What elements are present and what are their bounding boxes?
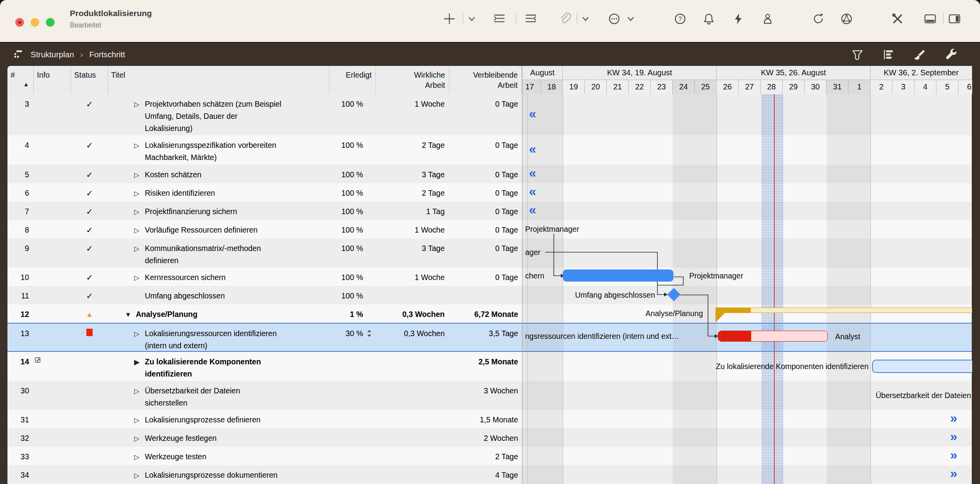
panel-bottom-icon[interactable] — [923, 12, 937, 26]
bolt-icon[interactable] — [731, 12, 745, 26]
panel-right-icon[interactable] — [947, 12, 962, 26]
column-header-wirkliche[interactable]: WirklicheArbeit — [376, 66, 449, 94]
wirkliche-arbeit-value — [376, 410, 445, 414]
status-icon-cell — [71, 428, 108, 432]
erledigt-value — [329, 381, 363, 385]
offscreen-right-icon[interactable]: » — [950, 429, 957, 444]
outline-icon[interactable] — [881, 48, 896, 62]
disclosure-triangle[interactable]: ▷ — [134, 272, 139, 284]
offscreen-left-icon[interactable]: « — [529, 202, 536, 217]
title-bar: Produktlokalisierung Bearbeitet ? — [0, 0, 980, 42]
wrench-icon[interactable] — [943, 48, 958, 62]
column-header-titel[interactable]: Titel — [108, 66, 329, 94]
column-header-status[interactable]: Status — [71, 66, 108, 94]
summary-bar-remaining — [751, 308, 972, 313]
gantt-label: Übersetzbarkeit der Dateien — [876, 391, 971, 400]
column-header-erledigt[interactable]: Erledigt — [329, 66, 376, 94]
wirkliche-arbeit-value: 0,3 Wochen — [376, 304, 445, 320]
offscreen-right-icon[interactable]: » — [950, 466, 957, 481]
disclosure-triangle[interactable]: ▷ — [134, 206, 139, 218]
status-icon-cell: ✓ — [71, 135, 108, 152]
erledigt-value — [329, 465, 363, 469]
disclosure-triangle[interactable]: ▷ — [134, 451, 139, 463]
task-number: 32 — [7, 428, 29, 444]
bell-icon[interactable] — [702, 12, 716, 26]
disclosure-triangle[interactable]: ▶ — [134, 356, 139, 368]
disclosure-triangle[interactable]: ▷ — [134, 243, 139, 255]
window-title: Produktlokalisierung — [70, 9, 152, 18]
disclosure-triangle[interactable]: ▷ — [134, 433, 139, 445]
task-title: Umfang abgeschlossen — [145, 290, 329, 302]
help-icon[interactable]: ? — [673, 12, 687, 26]
summary-bar-analyse-planung[interactable] — [715, 308, 751, 313]
paperclip-icon[interactable] — [558, 12, 572, 26]
minimize-button[interactable] — [31, 18, 39, 27]
erledigt-value — [329, 352, 363, 356]
erledigt-value — [329, 428, 363, 432]
brush-icon[interactable] — [911, 48, 926, 62]
gantt-bar-kernressourcen[interactable] — [563, 269, 673, 282]
note-icon[interactable] — [35, 357, 44, 366]
toolbar-divider — [577, 13, 577, 25]
merlin-project-window: Produktlokalisierung Bearbeitet ? Strukt… — [0, 0, 980, 484]
disclosure-triangle[interactable]: ▷ — [134, 169, 139, 181]
gantt-bar-komponenten-identifizieren[interactable] — [872, 360, 972, 373]
add-icon[interactable] — [442, 12, 456, 26]
network-icon[interactable] — [839, 12, 854, 26]
disclosure-triangle[interactable]: ▷ — [134, 328, 139, 340]
chevron-down-icon[interactable] — [624, 12, 638, 26]
task-number: 8 — [7, 220, 29, 236]
task-title: Lokalisierungsressourcen identifizieren(… — [145, 328, 329, 352]
disclosure-triangle[interactable]: ▼ — [125, 309, 131, 321]
zoom-button[interactable] — [46, 18, 55, 27]
filter-icon[interactable] — [850, 48, 865, 62]
sync-icon[interactable] — [811, 12, 825, 26]
offscreen-left-icon[interactable]: « — [529, 184, 536, 199]
outdent-icon[interactable] — [524, 12, 538, 26]
verbleibende-arbeit-value: 0 Tage — [449, 238, 518, 255]
close-button[interactable] — [15, 18, 24, 27]
offscreen-right-icon[interactable]: » — [950, 448, 957, 462]
offscreen-left-icon[interactable]: « — [529, 142, 536, 156]
disclosure-triangle[interactable]: ▷ — [134, 385, 139, 397]
task-number: 4 — [7, 135, 29, 151]
check-icon: ✓ — [86, 170, 93, 179]
breadcrumb-item-strukturplan[interactable]: Strukturplan — [31, 50, 74, 59]
column-header-info[interactable]: Info — [34, 66, 71, 94]
window-subtitle: Bearbeitet — [70, 21, 101, 29]
erledigt-value — [329, 410, 363, 414]
task-title-cell: ▷Lokalisierungsressourcen identifizieren… — [108, 324, 329, 352]
offscreen-left-icon[interactable]: « — [529, 106, 536, 121]
disclosure-triangle[interactable]: ▷ — [134, 98, 139, 111]
toolbar-divider — [463, 13, 464, 25]
column-header-num[interactable]: #▲ — [7, 66, 34, 94]
disclosure-triangle[interactable]: ▷ — [134, 187, 139, 200]
percent-stepper[interactable] — [367, 329, 372, 338]
person-icon[interactable] — [761, 12, 775, 26]
disclosure-triangle[interactable]: ▷ — [134, 469, 139, 482]
gantt-bar-lokalisierungsressourcen[interactable] — [718, 331, 828, 342]
disclosure-triangle[interactable]: ▷ — [134, 140, 139, 152]
tools-icon[interactable] — [891, 12, 905, 26]
breadcrumb-item-fortschritt[interactable]: Fortschritt — [89, 50, 125, 59]
day-header-cell: 5 — [936, 80, 958, 94]
day-header-cell: 22 — [629, 80, 651, 94]
day-header-cell: 29 — [783, 80, 805, 94]
status-icon-cell: ✓ — [71, 267, 108, 284]
milestone-diamond[interactable] — [666, 287, 682, 302]
task-title-cell: Umfang abgeschlossen — [108, 286, 329, 302]
status-icon-cell: ▲ — [71, 304, 108, 320]
outline-table-header: #▲InfoStatusTitelErledigtWirklicheArbeit… — [7, 66, 522, 95]
column-header-verbleibende[interactable]: VerbleibendeArbeit — [449, 66, 522, 94]
status-icon-cell: ✓ — [71, 238, 108, 255]
disclosure-triangle[interactable]: ▷ — [134, 224, 139, 237]
check-icon: ✓ — [86, 273, 93, 282]
chevron-down-icon[interactable] — [465, 12, 479, 26]
chevron-down-icon[interactable] — [579, 12, 593, 26]
offscreen-right-icon[interactable]: » — [950, 411, 957, 426]
more-circle-icon[interactable] — [607, 12, 621, 26]
indent-icon[interactable] — [492, 12, 506, 26]
wirkliche-arbeit-value: 1 Woche — [376, 94, 445, 110]
disclosure-triangle[interactable]: ▷ — [134, 414, 139, 426]
offscreen-left-icon[interactable]: « — [529, 166, 536, 180]
